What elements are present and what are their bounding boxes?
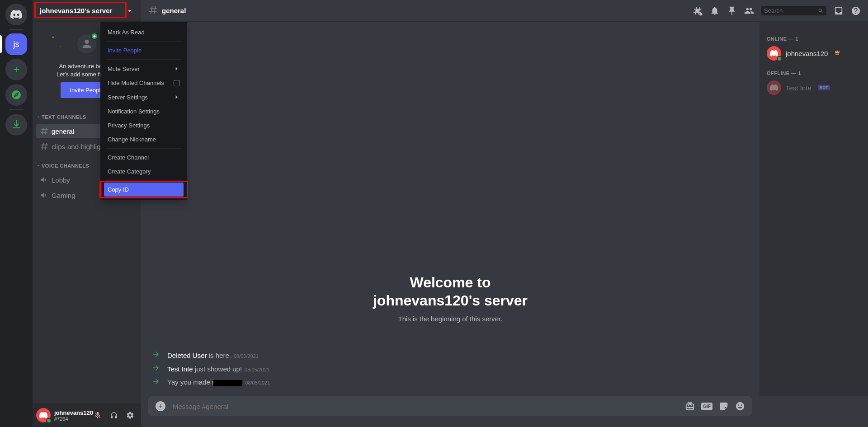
channel-title: general xyxy=(162,7,186,14)
status-online-icon xyxy=(46,418,52,423)
member-row[interactable]: johnevans120 xyxy=(763,43,864,63)
online-header: ONLINE — 1 xyxy=(763,29,864,43)
menu-server-settings[interactable]: Server Settings xyxy=(104,90,184,104)
offline-header: OFFLINE — 1 xyxy=(763,63,864,78)
server-list: js + xyxy=(0,0,33,427)
threads-icon[interactable] xyxy=(693,6,703,16)
menu-mute-server[interactable]: Mute Server xyxy=(104,61,184,76)
message-row[interactable]: Test Inte just showed up!08/05/2021 xyxy=(148,362,752,375)
gif-button[interactable]: GIF xyxy=(701,403,712,410)
input-area: GIF xyxy=(141,396,760,427)
members-list: ONLINE — 1 johnevans120 OFFLINE — 1 Test… xyxy=(760,22,868,396)
avatar xyxy=(767,46,781,61)
message-input[interactable] xyxy=(173,403,678,410)
sticker-icon[interactable] xyxy=(719,401,729,411)
hash-icon xyxy=(40,142,49,151)
attach-button[interactable] xyxy=(156,401,165,411)
deafen-button[interactable] xyxy=(107,408,121,422)
menu-mark-read[interactable]: Mark As Read xyxy=(104,25,184,39)
chevron-down-icon xyxy=(36,164,41,168)
redacted-text xyxy=(213,380,242,386)
welcome-block: Welcome tojohnevans120's server This is … xyxy=(148,273,752,323)
menu-copy-id[interactable]: Copy ID xyxy=(104,183,184,197)
help-icon[interactable] xyxy=(851,6,861,16)
emoji-icon[interactable] xyxy=(735,401,745,411)
join-arrow-icon xyxy=(152,364,160,374)
avatar[interactable] xyxy=(36,408,51,422)
add-server-button[interactable]: + xyxy=(5,59,27,80)
mute-button[interactable] xyxy=(90,408,105,422)
menu-create-category[interactable]: Create Category xyxy=(104,164,184,178)
menu-change-nickname[interactable]: Change Nickname xyxy=(104,132,184,146)
server-dropdown: Mark As Read Invite People Mute Server H… xyxy=(100,22,187,200)
menu-hide-muted[interactable]: Hide Muted Channels xyxy=(104,76,184,90)
chevron-down-icon xyxy=(126,7,134,15)
svg-point-0 xyxy=(85,40,89,44)
server-icon-current[interactable]: js xyxy=(5,33,27,55)
chevron-right-icon xyxy=(173,65,180,72)
message-row[interactable]: Yay you made i08/05/2021 xyxy=(148,375,752,389)
hash-icon xyxy=(148,5,162,17)
bell-icon[interactable] xyxy=(710,6,720,16)
message-row[interactable]: Deleted User is here.08/05/2021 xyxy=(148,348,752,362)
svg-point-2 xyxy=(699,13,702,15)
menu-notification-settings[interactable]: Notification Settings xyxy=(104,104,184,118)
members-icon[interactable] xyxy=(744,6,754,16)
menu-privacy-settings[interactable]: Privacy Settings xyxy=(104,118,184,132)
join-arrow-icon xyxy=(152,377,160,387)
pin-icon[interactable] xyxy=(727,6,737,16)
crown-icon xyxy=(832,49,840,57)
inbox-icon[interactable] xyxy=(834,6,844,16)
explore-button[interactable] xyxy=(5,84,27,106)
chevron-right-icon xyxy=(173,94,180,101)
server-name: johnevans120's server xyxy=(40,7,112,14)
home-button[interactable] xyxy=(5,4,27,25)
status-online-icon xyxy=(777,56,782,61)
join-arrow-icon xyxy=(152,350,160,360)
divider xyxy=(9,29,24,30)
welcome-avatar: + xyxy=(75,33,98,55)
avatar xyxy=(767,80,781,95)
menu-create-channel[interactable]: Create Channel xyxy=(104,150,184,164)
member-row[interactable]: Test Inte BOT xyxy=(763,78,864,98)
search-icon xyxy=(818,8,824,14)
main-content: general Welcome tojohnevans120's server xyxy=(141,0,868,427)
messages-area: Welcome tojohnevans120's server This is … xyxy=(141,22,760,396)
download-button[interactable] xyxy=(5,114,27,136)
speaker-icon xyxy=(40,175,49,184)
speaker-icon xyxy=(40,191,49,200)
message-input-box[interactable]: GIF xyxy=(148,396,752,416)
divider xyxy=(9,109,24,110)
add-badge-icon: + xyxy=(91,33,98,40)
settings-button[interactable] xyxy=(123,408,137,422)
search-input[interactable] xyxy=(761,6,826,15)
user-panel: johnevans120 #7264 xyxy=(33,404,141,427)
menu-invite-people[interactable]: Invite People xyxy=(104,43,184,57)
bot-badge: BOT xyxy=(818,85,830,90)
chat-header: general xyxy=(141,0,868,22)
gift-icon[interactable] xyxy=(685,401,695,411)
checkbox-icon xyxy=(174,80,180,86)
user-info[interactable]: johnevans120 #7264 xyxy=(54,409,87,422)
hash-icon xyxy=(40,127,49,136)
server-header[interactable]: johnevans120's server xyxy=(33,0,141,22)
chevron-down-icon xyxy=(36,115,41,119)
